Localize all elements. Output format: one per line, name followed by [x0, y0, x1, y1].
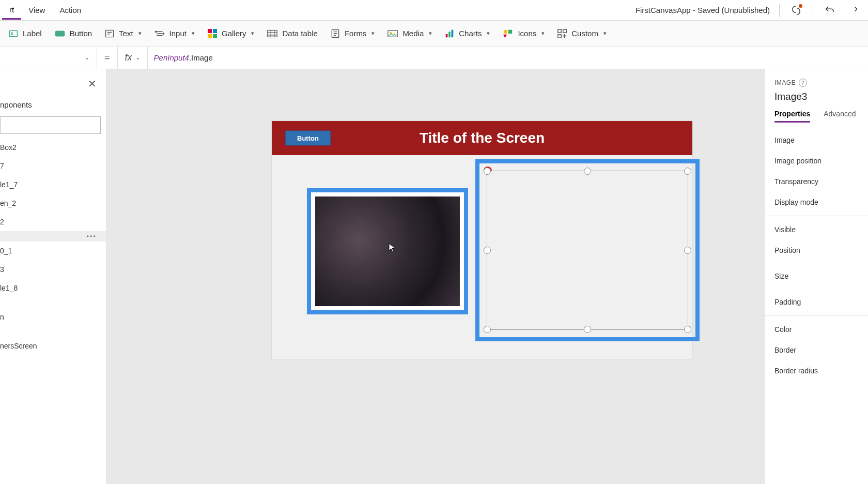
- formula-input[interactable]: PenInput4.Image: [147, 47, 868, 69]
- undo-icon[interactable]: [823, 3, 837, 18]
- chevron-down-icon: ⌄: [85, 54, 89, 61]
- insert-forms[interactable]: Forms ▾: [330, 28, 375, 39]
- insert-input[interactable]: Input ▾: [154, 28, 195, 39]
- svg-rect-1: [55, 31, 65, 36]
- property-row[interactable]: Padding: [774, 286, 868, 312]
- tree-item[interactable]: le1_8: [0, 279, 106, 297]
- canvas-area[interactable]: Button Title of the Screen × ⌄: [106, 69, 765, 484]
- menu-view[interactable]: View: [21, 2, 52, 19]
- tree-item[interactable]: [0, 326, 106, 337]
- tree-item[interactable]: Box2: [0, 138, 106, 157]
- more-icon[interactable]: ···: [87, 232, 97, 241]
- peninput-preview[interactable]: [307, 188, 468, 314]
- insert-label[interactable]: Label: [8, 28, 42, 39]
- tab-advanced[interactable]: Advanced: [824, 110, 856, 123]
- insert-gallery[interactable]: Gallery ▾: [207, 28, 255, 39]
- svg-rect-6: [213, 29, 217, 33]
- property-row[interactable]: Color: [774, 319, 868, 340]
- equals-sign: =: [97, 52, 117, 63]
- tree-item[interactable]: [0, 297, 106, 308]
- tree-item[interactable]: en_2: [0, 194, 106, 213]
- tree-item[interactable]: nersScreen: [0, 337, 106, 355]
- resize-handle[interactable]: [484, 326, 491, 333]
- chevron-down-icon: ▾: [429, 30, 432, 37]
- property-row[interactable]: Size: [774, 261, 868, 286]
- svg-rect-15: [452, 29, 454, 37]
- property-selector[interactable]: ⌄: [0, 47, 97, 69]
- property-row[interactable]: Border: [774, 340, 868, 360]
- svg-rect-7: [208, 34, 212, 38]
- formula-token-prop: Image: [191, 53, 213, 62]
- peninput-image: [315, 196, 460, 306]
- svg-point-4: [163, 33, 164, 34]
- resize-handle[interactable]: [484, 168, 491, 175]
- resize-handle[interactable]: [684, 247, 691, 254]
- menu-action[interactable]: Action: [52, 2, 88, 19]
- insert-icons[interactable]: Icons ▾: [502, 28, 545, 39]
- insert-custom[interactable]: Custom ▾: [557, 28, 607, 39]
- property-row[interactable]: Border radius: [774, 360, 868, 381]
- properties-panel: IMAGE ? Image3 Properties Advanced Image…: [765, 69, 868, 484]
- app-checker-icon[interactable]: [789, 3, 803, 18]
- property-row[interactable]: Display mode: [774, 192, 868, 213]
- svg-point-16: [504, 29, 507, 33]
- property-row[interactable]: Image position: [774, 150, 868, 171]
- tree-item[interactable]: le1_7: [0, 175, 106, 194]
- formula-bar: ⌄ = fx ⌄ PenInput4.Image: [0, 47, 868, 69]
- svg-rect-19: [558, 29, 561, 32]
- insert-forms-text: Forms: [345, 29, 367, 38]
- resize-handle[interactable]: [484, 247, 491, 254]
- tree-item[interactable]: 0_1: [0, 241, 106, 260]
- insert-ribbon: Label Button Text ▾ Input ▾ Gallery ▾ Da…: [0, 21, 868, 47]
- insert-button[interactable]: Button: [54, 29, 92, 38]
- property-row[interactable]: Transparency: [774, 171, 868, 192]
- insert-text[interactable]: Text ▾: [104, 28, 142, 39]
- tree-tab-components[interactable]: nponents: [0, 69, 106, 111]
- resize-handle[interactable]: [584, 326, 591, 333]
- resize-handle[interactable]: [684, 168, 691, 175]
- close-icon[interactable]: ✕: [88, 78, 97, 90]
- insert-media[interactable]: Media ▾: [387, 29, 432, 38]
- insert-charts-text: Charts: [459, 29, 482, 38]
- property-row[interactable]: Visible: [774, 219, 868, 240]
- insert-label-text: Label: [23, 29, 42, 38]
- tree-item[interactable]: n: [0, 308, 106, 326]
- insert-input-text: Input: [169, 29, 187, 38]
- app-title: FirstCanvasApp - Saved (Unpublished): [636, 6, 770, 14]
- svg-rect-2: [106, 30, 114, 37]
- menubar: rt View Action FirstCanvasApp - Saved (U…: [0, 0, 868, 21]
- chevron-down-icon: ⌄: [135, 54, 140, 61]
- selected-object-name: Image3: [774, 91, 868, 102]
- tree-item[interactable]: 2: [0, 213, 106, 231]
- tree-item[interactable]: ···: [0, 231, 106, 241]
- separator: [779, 4, 780, 17]
- insert-button-text: Button: [70, 29, 92, 38]
- formula-token-name: PenInput4: [154, 53, 189, 62]
- redo-icon[interactable]: [846, 3, 861, 18]
- insert-datatable[interactable]: Data table: [267, 29, 317, 38]
- property-row[interactable]: Position: [774, 240, 868, 261]
- svg-rect-14: [448, 32, 451, 37]
- svg-rect-21: [558, 34, 561, 37]
- property-row[interactable]: Image: [774, 130, 868, 150]
- menubar-right: FirstCanvasApp - Saved (Unpublished): [636, 3, 866, 18]
- tree-item[interactable]: 7: [0, 157, 106, 175]
- chevron-down-icon: ▾: [371, 30, 375, 37]
- fx-button[interactable]: fx ⌄: [117, 47, 147, 69]
- tree-search-input[interactable]: [0, 116, 101, 134]
- insert-icons-text: Icons: [518, 29, 536, 38]
- tab-properties[interactable]: Properties: [774, 110, 810, 123]
- workspace: ✕ nponents Box27le1_7en_22···0_13le1_8nn…: [0, 69, 868, 484]
- tree-item[interactable]: 3: [0, 260, 106, 279]
- notification-dot: [799, 4, 802, 8]
- menu-insert[interactable]: rt: [2, 1, 21, 20]
- image3-control-selected[interactable]: × ⌄: [475, 159, 700, 341]
- header-button[interactable]: Button: [285, 131, 331, 146]
- insert-charts[interactable]: Charts ▾: [444, 28, 490, 39]
- svg-rect-0: [10, 31, 18, 37]
- resize-handle[interactable]: [684, 326, 691, 333]
- screen-title: Title of the Screen: [420, 130, 545, 146]
- app-screen: Button Title of the Screen × ⌄: [272, 121, 692, 359]
- help-icon[interactable]: ?: [799, 79, 807, 87]
- resize-handle[interactable]: [584, 168, 591, 175]
